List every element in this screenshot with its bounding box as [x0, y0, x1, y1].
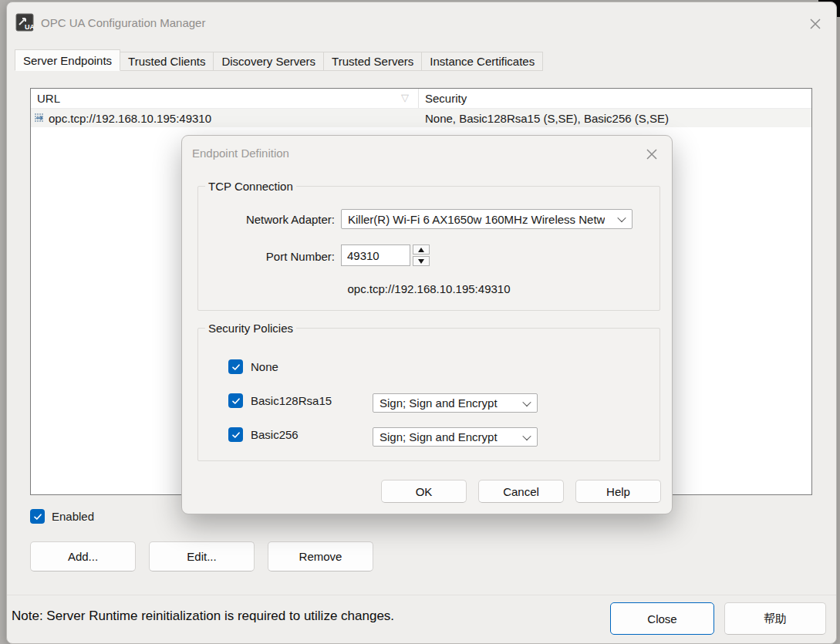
endpoint-definition-dialog: Endpoint Definition TCP Connection Netwo…: [181, 135, 673, 514]
endpoint-url-text: opc.tcp://192.168.10.195:49310: [49, 112, 211, 125]
desktop-background: UA OPC UA Configuration Manager Server E…: [0, 0, 840, 644]
checkbox-checked-icon: [228, 393, 243, 408]
port-number-label: Port Number:: [204, 250, 335, 263]
policy-mode-value: Sign; Sign and Encrypt: [380, 396, 498, 410]
sort-indicator-icon: ▽: [401, 92, 409, 104]
tab-label: Server Endpoints: [23, 54, 112, 67]
tab-strip: Server Endpoints Trusted Clients Discove…: [15, 49, 543, 71]
tab-label: Discovery Servers: [221, 55, 315, 68]
remove-button[interactable]: Remove: [268, 541, 373, 572]
edit-button[interactable]: Edit...: [149, 541, 255, 572]
tcp-connection-group-label: TCP Connection: [205, 180, 296, 193]
policy-basic256-mode-select[interactable]: Sign; Sign and Encrypt: [373, 427, 538, 447]
column-header-label: URL: [37, 92, 60, 105]
security-policies-group-label: Security Policies: [205, 322, 296, 335]
chevron-down-icon: [522, 397, 531, 406]
policy-label: Basic256: [251, 428, 299, 441]
column-header-url[interactable]: URL ▽: [31, 89, 419, 108]
opc-ua-configuration-manager-window: UA OPC UA Configuration Manager Server E…: [6, 2, 837, 644]
network-adapter-select[interactable]: Killer(R) Wi-Fi 6 AX1650w 160MHz Wireles…: [341, 209, 633, 229]
help-button-chinese[interactable]: 帮助: [724, 602, 826, 635]
port-number-input[interactable]: [341, 244, 410, 266]
chevron-down-icon: [617, 214, 626, 222]
spin-down-icon: [418, 259, 424, 264]
endpoint-url-cell: opc.tcp://192.168.10.195:49310: [31, 112, 419, 125]
help-button[interactable]: Help: [575, 480, 661, 503]
checkbox-checked-icon: [30, 509, 45, 524]
tab-trusted-servers[interactable]: Trusted Servers: [323, 52, 422, 71]
endpoint-row[interactable]: opc.tcp://192.168.10.195:49310 None, Bas…: [31, 109, 811, 127]
close-button[interactable]: Close: [610, 602, 714, 635]
tab-trusted-clients[interactable]: Trusted Clients: [120, 52, 214, 71]
footer-divider: [7, 595, 836, 595]
policy-none-checkbox[interactable]: None: [228, 359, 278, 374]
policy-basic128rsa15-mode-select[interactable]: Sign; Sign and Encrypt: [373, 393, 538, 413]
endpoint-security-text: None, Basic128Rsa15 (S,SE), Basic256 (S,…: [425, 112, 669, 125]
list-header: URL ▽ Security: [31, 89, 811, 109]
checkbox-checked-icon: [228, 359, 243, 374]
ok-button[interactable]: OK: [381, 480, 467, 503]
network-adapter-label: Network Adapter:: [204, 213, 335, 226]
tab-server-endpoints[interactable]: Server Endpoints: [15, 49, 120, 71]
spin-up-button[interactable]: [413, 244, 430, 255]
window-close-icon[interactable]: [807, 15, 824, 32]
network-adapter-value: Killer(R) Wi-Fi 6 AX1650w 160MHz Wireles…: [348, 213, 605, 226]
policy-basic128rsa15-checkbox[interactable]: Basic128Rsa15: [228, 393, 332, 408]
policy-mode-value: Sign; Sign and Encrypt: [380, 430, 498, 443]
enabled-label: Enabled: [52, 510, 94, 523]
policy-basic256-checkbox[interactable]: Basic256: [228, 427, 299, 442]
policy-label: None: [251, 360, 278, 373]
tab-instance-certificates[interactable]: Instance Certificates: [421, 52, 543, 71]
policy-label: Basic128Rsa15: [251, 394, 332, 407]
tab-label: Trusted Servers: [332, 55, 413, 68]
spinner-buttons: [413, 244, 430, 266]
security-policies-group: Security Policies None Basic128Rsa15 Sig…: [197, 328, 660, 461]
tab-label: Instance Certificates: [430, 55, 535, 68]
port-number-stepper: [341, 244, 430, 266]
chevron-down-icon: [522, 431, 531, 440]
enabled-checkbox[interactable]: Enabled: [30, 509, 94, 524]
column-header-security[interactable]: Security: [419, 89, 811, 108]
tab-discovery-servers[interactable]: Discovery Servers: [213, 52, 324, 71]
opcua-app-icon: UA: [15, 13, 34, 32]
endpoint-icon: [34, 113, 45, 123]
reinitialization-note: Note: Server Runtime reinitialization is…: [12, 609, 394, 624]
cancel-button[interactable]: Cancel: [478, 480, 564, 503]
dialog-close-icon[interactable]: [643, 146, 660, 163]
spin-up-icon: [418, 248, 424, 252]
dialog-title: Endpoint Definition: [192, 147, 289, 160]
checkbox-checked-icon: [228, 427, 243, 442]
tab-label: Trusted Clients: [128, 55, 205, 68]
add-button[interactable]: Add...: [30, 541, 136, 572]
spin-down-button[interactable]: [413, 256, 430, 266]
column-header-label: Security: [425, 92, 467, 105]
endpoint-security-cell: None, Basic128Rsa15 (S,SE), Basic256 (S,…: [419, 112, 811, 125]
svg-text:UA: UA: [25, 23, 34, 31]
window-title: OPC UA Configuration Manager: [41, 16, 205, 29]
